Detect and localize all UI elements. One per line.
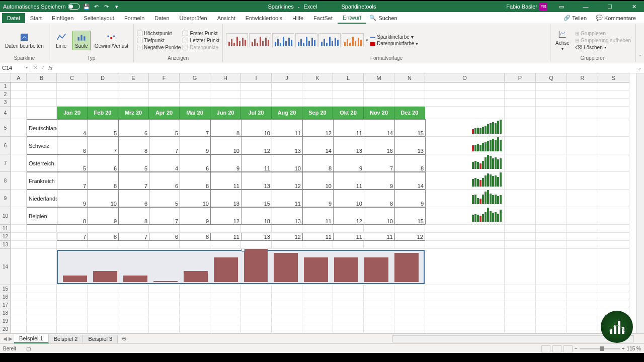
style-thumb[interactable] — [295, 33, 317, 47]
svg-rect-11 — [618, 321, 620, 334]
add-sheet-button[interactable]: ⊕ — [118, 334, 130, 343]
zoom-in-icon[interactable]: + — [622, 346, 625, 351]
search-box[interactable]: 🔍 Suchen — [366, 14, 400, 22]
axis-button[interactable]: Achse ▾ — [553, 28, 572, 52]
select-all-corner[interactable] — [0, 73, 11, 82]
country-label: Schweiz — [27, 137, 57, 154]
marker-color[interactable]: Datenpunktfarbe▾ — [370, 41, 418, 46]
tab-formulas[interactable]: Formeln — [119, 13, 149, 23]
save-icon[interactable]: 💾 — [83, 3, 90, 10]
style-thumb[interactable] — [249, 33, 271, 47]
country-label: Niederlande — [27, 190, 57, 207]
cancel-fx-icon: ✕ — [33, 64, 38, 71]
tab-file[interactable]: Datei — [2, 13, 25, 23]
undo-icon[interactable]: ↶ — [93, 3, 100, 10]
country-label: Deutschland — [27, 119, 57, 137]
close-icon[interactable]: ✕ — [624, 1, 644, 12]
month-header: Mrz 20 — [118, 107, 149, 119]
type-winloss-button[interactable]: Gewinn/Verlust — [93, 31, 130, 50]
sheet-tab-2[interactable]: Beispiel 2 — [49, 335, 84, 343]
comments-button[interactable]: 💬 Kommentare — [593, 14, 639, 22]
type-column-button[interactable]: Säule — [72, 31, 91, 50]
svg-rect-2 — [80, 35, 82, 41]
zoom-level[interactable]: 115 % — [627, 346, 641, 351]
month-header: Jul 20 — [241, 107, 272, 119]
chk-markers[interactable]: Datenpunkte — [183, 44, 219, 51]
vertical-scrollbar[interactable] — [636, 73, 644, 333]
chk-neg[interactable]: Negative Punkte — [137, 44, 181, 51]
style-thumb[interactable] — [226, 33, 248, 47]
minimize-icon[interactable]: ― — [576, 1, 596, 12]
tab-design[interactable]: Entwurf — [338, 13, 366, 24]
group-icon: ⊞ — [575, 31, 579, 36]
tab-view[interactable]: Ansicht — [212, 13, 240, 23]
clear-button[interactable]: ⌫Löschen▾ — [574, 44, 632, 51]
tab-factset[interactable]: FactSet — [308, 13, 338, 23]
grid[interactable]: Jan 20Feb 20Mrz 20Apr 20Mai 20Jun 20Jul … — [11, 82, 629, 333]
tab-insert[interactable]: Einfügen — [47, 13, 78, 23]
style-thumb[interactable] — [342, 33, 364, 47]
tab-help[interactable]: Hilfe — [287, 13, 308, 23]
tab-layout[interactable]: Seitenlayout — [78, 13, 119, 23]
redo-icon[interactable]: ↷ — [103, 3, 110, 10]
row-headers[interactable]: 1234567891011121314151617181920 — [0, 82, 11, 333]
app-name: Excel — [304, 4, 317, 10]
view-layout-icon[interactable] — [552, 345, 561, 352]
avatar: FB — [539, 3, 547, 11]
tab-dev[interactable]: Entwicklertools — [240, 13, 287, 23]
style-gallery[interactable] — [226, 33, 364, 47]
expand-formula-icon[interactable]: ⌄ — [636, 65, 644, 70]
record-macro-icon[interactable]: ▢ — [26, 346, 31, 351]
country-label: Österreich — [27, 154, 57, 172]
fx-icon[interactable]: fx — [48, 65, 53, 71]
month-header: Apr 20 — [149, 107, 180, 119]
formula-input[interactable] — [56, 67, 636, 69]
chk-high[interactable]: Höchstpunkt — [137, 30, 181, 37]
month-header: Sep 20 — [302, 107, 333, 119]
tab-data[interactable]: Daten — [149, 13, 174, 23]
chk-first[interactable]: Erster Punkt — [183, 30, 219, 37]
maximize-icon[interactable]: ☐ — [600, 1, 620, 12]
title-bar: Automatisches Speichern 💾 ↶ ↷ ▾ Sparklin… — [0, 1, 644, 12]
confirm-fx-icon: ✓ — [41, 64, 45, 71]
sparkline-cell — [425, 190, 505, 207]
group-button: ⊞Gruppieren — [574, 30, 632, 37]
month-header: Jun 20 — [210, 107, 241, 119]
gallery-more-icon[interactable]: ▾ — [366, 38, 368, 43]
sparkline-cell — [425, 137, 505, 154]
autosave-toggle[interactable]: Automatisches Speichern — [3, 4, 80, 10]
sparkline-cell — [425, 119, 505, 137]
view-break-icon[interactable] — [564, 345, 573, 352]
zoom-out-icon[interactable]: − — [575, 346, 578, 351]
tab-start[interactable]: Start — [25, 13, 47, 23]
collapse-ribbon-icon[interactable]: ˄ — [639, 54, 641, 60]
sparkline-color[interactable]: Sparklinefarbe▾ — [370, 34, 418, 40]
chk-last[interactable]: Letzter Punkt — [183, 37, 219, 44]
svg-rect-4 — [108, 35, 109, 37]
tab-review[interactable]: Überprüfen — [175, 13, 212, 23]
edit-data-button[interactable]: Daten bearbeiten — [3, 31, 46, 50]
column-headers[interactable]: ABCDEFGHIJKLMNOPQRS — [11, 73, 629, 82]
month-header: Jan 20 — [57, 107, 88, 119]
share-button[interactable]: 🔗 Teilen — [560, 14, 590, 22]
horizontal-scrollbar[interactable] — [392, 335, 634, 342]
month-header: Dez 20 — [394, 107, 425, 119]
ribbon-options-icon[interactable]: ▭ — [551, 1, 572, 12]
svg-rect-3 — [84, 36, 85, 40]
sheet-tab-1[interactable]: Beispiel 1 — [14, 334, 49, 343]
view-normal-icon[interactable] — [541, 345, 550, 352]
svg-rect-1 — [77, 37, 79, 41]
sheet-tab-3[interactable]: Beispiel 3 — [83, 335, 118, 343]
style-thumb[interactable] — [318, 33, 341, 47]
search-icon: 🔍 — [369, 15, 376, 21]
qat-dropdown-icon[interactable]: ▾ — [113, 3, 120, 10]
sparkline-cell — [425, 207, 505, 225]
user-badge[interactable]: Fabio Basler FB — [506, 3, 547, 11]
chk-low[interactable]: Tiefpunkt — [137, 37, 181, 44]
style-thumb[interactable] — [272, 33, 294, 47]
status-bar: Bereit ▢ − + 115 % — [0, 343, 644, 353]
name-box[interactable]: C14▾ — [0, 64, 30, 72]
type-line-button[interactable]: Linie — [52, 31, 70, 50]
zoom-slider[interactable] — [580, 348, 620, 349]
sheet-nav-icon[interactable]: ◀ ▶ — [3, 336, 13, 341]
